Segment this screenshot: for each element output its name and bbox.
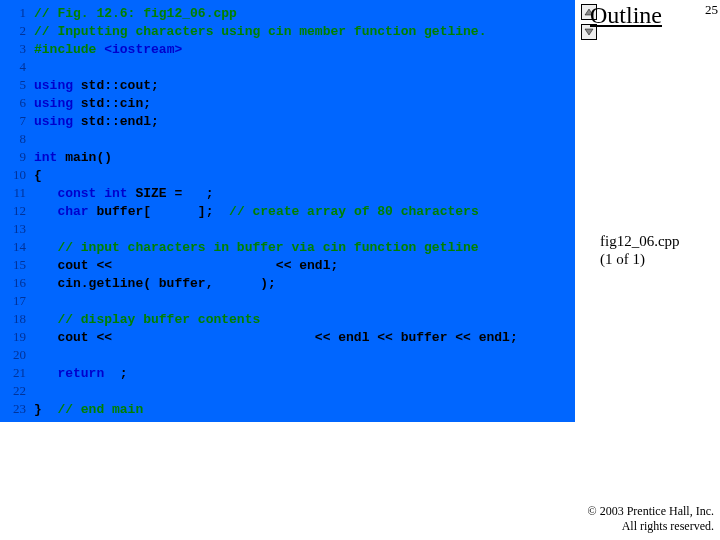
line-number: 19 [0, 328, 34, 346]
code-comment: // input characters in buffer via cin fu… [34, 239, 479, 257]
line-number: 20 [0, 346, 34, 364]
code-text: const int SIZE = ; [34, 185, 213, 203]
code-text: using std::cout; [34, 77, 159, 95]
line-number: 2 [0, 22, 34, 40]
line-number: 12 [0, 202, 34, 220]
code-comment: // display buffer contents [34, 311, 260, 329]
line-number: 11 [0, 184, 34, 202]
code-block: 1// Fig. 12.6: fig12_06.cpp 2// Inputtin… [0, 0, 575, 422]
line-number: 9 [0, 148, 34, 166]
line-number: 16 [0, 274, 34, 292]
code-comment: // Inputting characters using cin member… [34, 23, 486, 41]
slide: 1// Fig. 12.6: fig12_06.cpp 2// Inputtin… [0, 0, 720, 540]
page-number: 25 [705, 2, 718, 18]
code-text: } // end main [34, 401, 143, 419]
code-text: int main() [34, 149, 112, 167]
line-number: 1 [0, 4, 34, 22]
line-number: 7 [0, 112, 34, 130]
line-number: 8 [0, 130, 34, 148]
line-number: 13 [0, 220, 34, 238]
code-text: return ; [34, 365, 128, 383]
code-text [34, 293, 42, 311]
line-number: 4 [0, 58, 34, 76]
code-text [34, 131, 42, 149]
code-text [34, 59, 42, 77]
svg-marker-1 [585, 29, 593, 35]
file-part: (1 of 1) [600, 250, 680, 268]
code-text: using std::endl; [34, 113, 159, 131]
code-text: char buffer[ ]; // create array of 80 ch… [34, 203, 479, 221]
code-text: cin.getline( buffer, ); [34, 275, 276, 293]
line-number: 17 [0, 292, 34, 310]
file-name: fig12_06.cpp [600, 232, 680, 250]
line-number: 18 [0, 310, 34, 328]
file-label: fig12_06.cpp (1 of 1) [600, 232, 680, 268]
line-number: 14 [0, 238, 34, 256]
copyright-line1: © 2003 Prentice Hall, Inc. [588, 504, 714, 519]
code-text: cout << << endl; [34, 257, 338, 275]
code-text: { [34, 167, 42, 185]
triangle-down-icon [584, 28, 594, 36]
copyright-line2: All rights reserved. [588, 519, 714, 534]
outline-title: Outline [590, 2, 720, 29]
side-panel: Outline [590, 0, 720, 29]
line-number: 23 [0, 400, 34, 418]
line-number: 22 [0, 382, 34, 400]
code-text [34, 347, 42, 365]
line-number: 10 [0, 166, 34, 184]
code-text: #include <iostream> [34, 41, 182, 59]
line-number: 5 [0, 76, 34, 94]
copyright: © 2003 Prentice Hall, Inc. All rights re… [588, 504, 714, 534]
code-text: using std::cin; [34, 95, 151, 113]
code-comment: // Fig. 12.6: fig12_06.cpp [34, 5, 237, 23]
code-text: cout << << endl << buffer << endl; [34, 329, 518, 347]
line-number: 15 [0, 256, 34, 274]
line-number: 21 [0, 364, 34, 382]
code-text [34, 221, 42, 239]
code-text [34, 383, 42, 401]
line-number: 3 [0, 40, 34, 58]
line-number: 6 [0, 94, 34, 112]
